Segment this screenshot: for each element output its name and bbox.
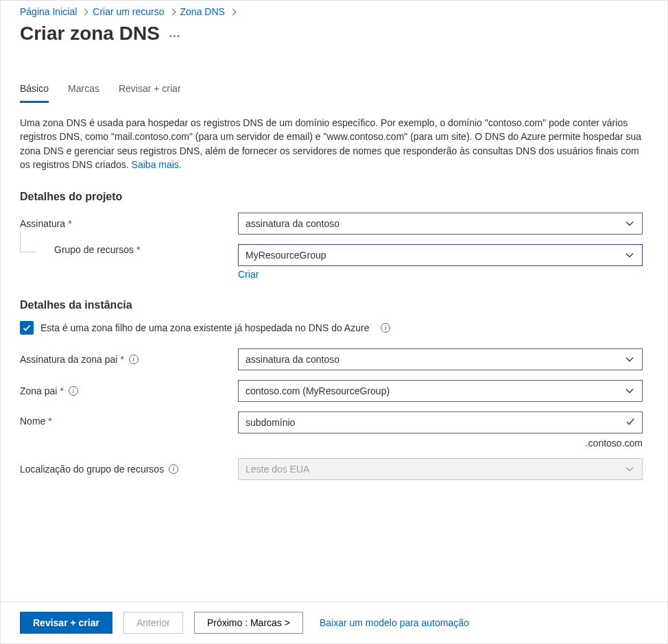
learn-more-link[interactable]: Saiba mais. — [132, 159, 182, 170]
chevron-down-icon — [625, 221, 634, 226]
tabs: Básico Marcas Revisar + criar — [20, 83, 648, 104]
resource-group-select[interactable]: MyResourceGroup — [238, 244, 643, 266]
parent-subscription-value: assinatura da contoso — [246, 354, 339, 365]
page-title: Criar zona DNS ··· — [20, 23, 648, 45]
info-icon[interactable]: i — [169, 464, 178, 474]
name-value: subdomínio — [246, 417, 295, 428]
check-icon — [625, 417, 635, 429]
breadcrumb-home[interactable]: Página Inicial — [20, 6, 77, 17]
name-label: Nome* — [20, 412, 238, 427]
name-suffix: .contoso.com — [238, 438, 643, 449]
more-actions-icon[interactable]: ··· — [169, 31, 180, 42]
subscription-value: assinatura da contoso — [246, 218, 339, 229]
chevron-down-icon — [625, 357, 634, 362]
parent-subscription-label: Assinatura da zona pai* i — [20, 354, 238, 365]
tab-review-create[interactable]: Revisar + criar — [119, 83, 181, 103]
parent-zone-label: Zona pai* i — [20, 385, 238, 396]
rg-location-value: Leste dos EUA — [246, 464, 309, 475]
footer: Revisar + criar Anterior Próximo : Marca… — [1, 601, 667, 643]
breadcrumb: Página Inicial Criar um recurso Zona DNS — [20, 6, 648, 17]
child-zone-checkbox-label: Esta é uma zona filho de uma zona existe… — [40, 322, 369, 333]
tab-basic[interactable]: Básico — [20, 83, 49, 103]
chevron-down-icon — [625, 252, 634, 258]
chevron-down-icon — [625, 466, 634, 472]
breadcrumb-create-resource[interactable]: Criar um recurso — [93, 6, 164, 17]
next-button[interactable]: Próximo : Marcas > — [194, 612, 303, 634]
create-resource-group-link[interactable]: Criar — [238, 269, 259, 280]
parent-subscription-select[interactable]: assinatura da contoso — [238, 348, 643, 370]
tab-tags[interactable]: Marcas — [68, 83, 99, 103]
parent-zone-select[interactable]: contoso.com (MyResourceGroup) — [238, 380, 643, 402]
name-input[interactable]: subdomínio — [238, 412, 643, 433]
info-icon[interactable]: i — [69, 386, 78, 396]
info-icon[interactable]: i — [129, 355, 139, 364]
chevron-right-icon — [169, 6, 176, 17]
project-details-heading: Detalhes do projeto — [20, 191, 648, 203]
subscription-select[interactable]: assinatura da contoso — [238, 213, 643, 235]
resource-group-label: Grupo de recursos* — [20, 244, 238, 255]
info-icon[interactable]: i — [381, 323, 390, 333]
subscription-label: Assinatura* — [20, 218, 238, 229]
chevron-right-icon — [81, 6, 88, 17]
rg-location-select: Leste dos EUA — [238, 458, 643, 480]
previous-button: Anterior — [123, 612, 183, 634]
download-template-link[interactable]: Baixar um modelo para automação — [320, 617, 469, 628]
rg-location-label: Localização do grupo de recursos i — [20, 464, 238, 475]
child-zone-checkbox[interactable] — [20, 321, 34, 335]
review-create-button[interactable]: Revisar + criar — [20, 612, 112, 634]
description-text: Uma zona DNS é usada para hospedar os re… — [20, 116, 648, 171]
resource-group-value: MyResourceGroup — [246, 250, 326, 261]
parent-zone-value: contoso.com (MyResourceGroup) — [246, 385, 390, 396]
breadcrumb-dns-zone[interactable]: Zona DNS — [180, 6, 225, 17]
instance-details-heading: Detalhes da instância — [20, 299, 648, 311]
chevron-down-icon — [625, 388, 634, 394]
chevron-right-icon — [229, 6, 237, 17]
